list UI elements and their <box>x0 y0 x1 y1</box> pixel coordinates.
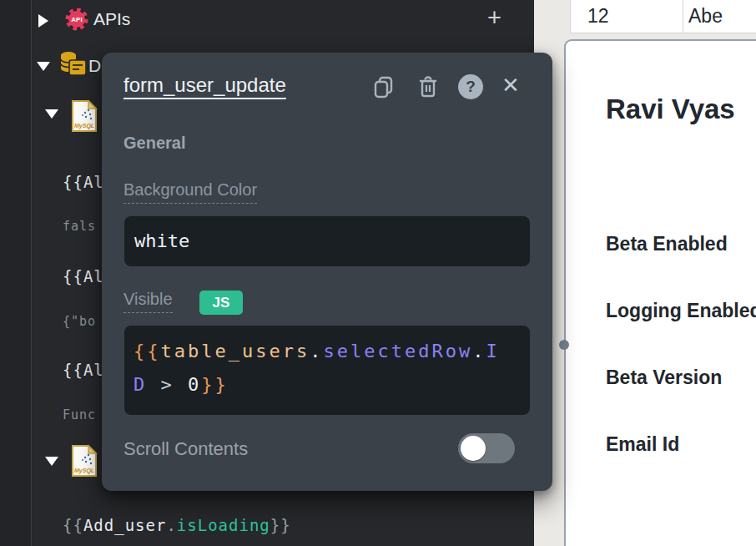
binding-property: isLoading <box>177 516 270 534</box>
table-cell[interactable]: Abe <box>683 0 756 33</box>
svg-text:MySQL: MySQL <box>74 468 94 474</box>
form-field-label[interactable]: Beta Version <box>606 367 722 389</box>
table-cell[interactable]: 12 <box>570 0 683 33</box>
code-line: D > 0}} <box>134 368 530 402</box>
datasource-database-icon <box>59 50 88 78</box>
toggle-knob <box>461 436 486 461</box>
svg-text:MySQL: MySQL <box>74 123 94 129</box>
tree-item-value[interactable]: Func <box>63 407 96 422</box>
scroll-contents-label: Scroll Contents <box>123 438 248 460</box>
code-line: {{table_users.selectedRow.I <box>134 335 530 368</box>
background-color-label[interactable]: Background Color <box>123 180 257 204</box>
datasources-expand-arrow-icon[interactable] <box>37 62 50 71</box>
close-icon[interactable]: ✕ <box>501 73 520 99</box>
tree-item-binding[interactable]: {{Al <box>63 173 104 191</box>
visible-label[interactable]: Visible <box>123 290 173 313</box>
copy-icon[interactable] <box>373 76 395 99</box>
add-api-button[interactable]: + <box>487 4 501 32</box>
app-editor-screen: API APIs + D MySQL {{Al fals <box>0 0 756 546</box>
sidebar-left-strip <box>0 0 32 546</box>
query-expand-arrow-icon[interactable] <box>45 109 58 119</box>
section-header-general: General <box>123 134 185 153</box>
table-cell-value: 12 <box>587 0 609 33</box>
query-expand-arrow-icon[interactable] <box>45 457 58 466</box>
tree-item-value[interactable]: fals <box>63 219 96 234</box>
binding-entity: Add_user <box>83 516 167 534</box>
trash-icon[interactable] <box>417 76 439 99</box>
form-field-label[interactable]: Logging Enabled <box>606 300 756 322</box>
visible-code-editor[interactable]: {{table_users.selectedRow.I D > 0}} <box>124 326 530 415</box>
help-icon[interactable]: ? <box>458 74 483 99</box>
widget-properties-popup: form_user_update ? ✕ General Background … <box>102 53 552 491</box>
tree-item-value[interactable]: {"bo <box>63 314 96 329</box>
widget-name-title[interactable]: form_user_update <box>123 73 286 97</box>
scroll-contents-toggle[interactable] <box>458 433 515 463</box>
apis-collapse-arrow-icon[interactable] <box>38 14 48 28</box>
sidebar-item-apis[interactable]: APIs <box>93 9 130 29</box>
background-color-input[interactable]: white <box>124 216 530 266</box>
resize-handle[interactable] <box>559 340 569 350</box>
form-heading[interactable]: Ravi Vyas <box>606 94 735 125</box>
form-field-label[interactable]: Beta Enabled <box>606 233 728 255</box>
tree-item-binding[interactable]: {{Al <box>63 361 104 379</box>
tree-item-isloading-binding[interactable]: {{Add_user.isLoading}} <box>63 516 291 534</box>
binding-close-braces: }} <box>270 516 291 534</box>
binding-open-braces: {{ <box>63 516 83 534</box>
api-gear-icon: API <box>65 8 88 31</box>
svg-text:API: API <box>71 16 82 23</box>
js-toggle-badge[interactable]: JS <box>199 291 243 315</box>
sidebar-item-datasources[interactable]: D <box>88 56 101 76</box>
table-cell-value: Abe <box>688 0 723 33</box>
tree-item-binding[interactable]: {{Al <box>63 267 104 286</box>
binding-dot: . <box>166 516 176 534</box>
mysql-file-icon[interactable]: MySQL <box>71 99 98 133</box>
mysql-file-icon[interactable]: MySQL <box>71 444 98 478</box>
form-field-label[interactable]: Email Id <box>606 433 679 456</box>
